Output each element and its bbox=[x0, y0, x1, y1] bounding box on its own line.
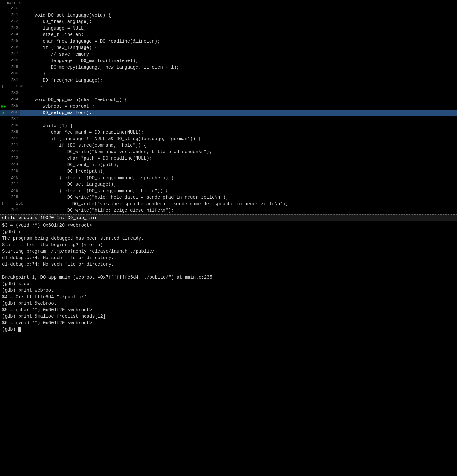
line-number: 237 bbox=[7, 116, 20, 123]
line-content: DO_memcpy(language, new_language, linele… bbox=[20, 64, 457, 71]
table-row: [250 DO_write("sprache: sprache aendern … bbox=[0, 201, 457, 207]
line-number: 247 bbox=[7, 181, 20, 188]
line-marker bbox=[0, 25, 7, 32]
line-number: 224 bbox=[7, 32, 20, 38]
gdb-header-text: child process 19020 In: DO_app_main bbox=[2, 215, 98, 220]
list-item: Start it from the beginning? (y or n) bbox=[2, 242, 455, 249]
line-content: DO_write("kommando verstanden, bitte pfa… bbox=[20, 149, 457, 155]
line-content: DO_free(new_language); bbox=[20, 77, 457, 84]
table-row: 233 bbox=[0, 90, 457, 97]
table-row: 237 bbox=[0, 116, 457, 123]
list-item: $4 = 0x7fffffffe6d4 "./public/" bbox=[2, 294, 455, 301]
table-row: 238 while (1) { bbox=[0, 123, 457, 129]
line-number: 239 bbox=[7, 129, 20, 136]
line-content: DO_set_language(); bbox=[20, 181, 457, 188]
line-number: 242 bbox=[7, 149, 20, 155]
line-marker bbox=[5, 84, 12, 90]
line-marker bbox=[0, 136, 7, 142]
line-marker bbox=[0, 181, 7, 188]
line-content: void DO_set_language(void) { bbox=[20, 12, 457, 19]
line-number: 248 bbox=[7, 188, 20, 194]
list-item: $5 = (char **) 0x601f20 <webroot> bbox=[2, 307, 455, 314]
gdb-prompt: (gdb) bbox=[2, 327, 18, 332]
line-number: 250 bbox=[12, 201, 25, 207]
line-marker bbox=[0, 207, 7, 214]
line-content: DO_write("hilfe: zeige diese hilfe\n"); bbox=[20, 207, 457, 214]
line-content: if (language != NULL && DO_streq(languag… bbox=[20, 136, 457, 142]
line-marker: B+ bbox=[0, 103, 7, 110]
line-marker bbox=[0, 19, 7, 25]
line-content bbox=[20, 116, 457, 123]
line-marker bbox=[0, 116, 7, 123]
line-content: char *path = DO_readline(NULL); bbox=[20, 155, 457, 162]
line-number: 238 bbox=[7, 123, 20, 129]
line-content: while (1) { bbox=[20, 123, 457, 129]
line-number: 244 bbox=[7, 162, 20, 168]
line-number: 229 bbox=[7, 64, 20, 71]
list-item: dl-debug.c:74: No such file or directory… bbox=[2, 262, 455, 268]
table-row: 228 language = DO_malloc(linelen+1); bbox=[0, 58, 457, 64]
line-number: 226 bbox=[7, 45, 20, 51]
table-row: 222 DO_free(language); bbox=[0, 19, 457, 25]
line-marker bbox=[0, 90, 7, 97]
code-content: 220221 void DO_set_language(void) {222 D… bbox=[0, 6, 457, 214]
line-marker bbox=[0, 64, 7, 71]
main-container: --main.c- 220221 void DO_set_language(vo… bbox=[0, 0, 457, 476]
line-marker bbox=[0, 142, 7, 149]
line-marker bbox=[0, 77, 7, 84]
line-marker bbox=[0, 175, 7, 181]
bracket-indicator: [ bbox=[0, 201, 5, 206]
table-row: 244 DO_send_file(path); bbox=[0, 162, 457, 168]
line-marker bbox=[0, 97, 7, 103]
line-content: } else if (DO_streq(command, "sprache"))… bbox=[20, 175, 457, 181]
line-content: webroot = webroot_; bbox=[20, 103, 457, 110]
line-content: DO_send_file(path); bbox=[20, 162, 457, 168]
line-marker bbox=[0, 162, 7, 168]
table-row: 243 char *path = DO_readline(NULL); bbox=[0, 155, 457, 162]
list-item: (gdb) print &webroot bbox=[2, 301, 455, 307]
line-number: 249 bbox=[7, 194, 20, 201]
line-content: DO_write("sprache: sprache aendern – sen… bbox=[25, 201, 457, 207]
gdb-console[interactable]: $3 = (void **) 0x601f20 <webroot>(gdb) r… bbox=[0, 221, 457, 476]
list-item: (gdb) step bbox=[2, 281, 455, 288]
list-item: dl-debug.c:74: No such file or directory… bbox=[2, 255, 455, 262]
table-row: 249 DO_write("hole: hole datei – sende p… bbox=[0, 194, 457, 201]
line-marker bbox=[0, 123, 7, 129]
list-item: $6 = (void **) 0x601f20 <webroot> bbox=[2, 320, 455, 327]
line-marker bbox=[0, 129, 7, 136]
line-content: DO_free(language); bbox=[20, 19, 457, 25]
line-number: 231 bbox=[7, 77, 20, 84]
line-content: } else if (DO_streq(command, "hilfe")) { bbox=[20, 188, 457, 194]
line-number: 245 bbox=[7, 168, 20, 175]
line-marker bbox=[0, 188, 7, 194]
list-item bbox=[2, 268, 455, 275]
line-content: size_t linelen; bbox=[20, 32, 457, 38]
line-number: 241 bbox=[7, 142, 20, 149]
table-row: [232 } bbox=[0, 84, 457, 90]
line-marker bbox=[0, 168, 7, 175]
line-marker bbox=[0, 58, 7, 64]
line-content: char *new_language = DO_readline(&linele… bbox=[20, 38, 457, 45]
line-number: 243 bbox=[7, 155, 20, 162]
table-row: 225 char *new_language = DO_readline(&li… bbox=[0, 38, 457, 45]
table-row: 239 char *command = DO_readline(NULL); bbox=[0, 129, 457, 136]
table-row: 251 DO_write("hilfe: zeige diese hilfe\n… bbox=[0, 207, 457, 214]
line-number: 228 bbox=[7, 58, 20, 64]
table-row: 230 } bbox=[0, 71, 457, 77]
line-marker bbox=[0, 51, 7, 58]
table-row: 231 DO_free(new_language); bbox=[0, 77, 457, 84]
line-content: DO_free(path); bbox=[20, 168, 457, 175]
code-pane-header: --main.c- bbox=[0, 0, 457, 6]
line-number: 230 bbox=[7, 71, 20, 77]
line-content: void DO_app_main(char *webroot_) { bbox=[20, 97, 457, 103]
line-content: DO_setup_malloc(); bbox=[20, 110, 457, 116]
list-item: Breakpoint 1, DO_app_main (webroot_=0x7f… bbox=[2, 275, 455, 281]
list-item: (gdb) print &malloc_freelist_heads[12] bbox=[2, 314, 455, 320]
line-content: if (DO_streq(command, "hole")) { bbox=[20, 142, 457, 149]
line-content: language = NULL; bbox=[20, 25, 457, 32]
line-marker bbox=[0, 32, 7, 38]
line-content: if (*new_language) { bbox=[20, 45, 457, 51]
table-row: 240 if (language != NULL && DO_streq(lan… bbox=[0, 136, 457, 142]
line-marker bbox=[0, 38, 7, 45]
line-marker bbox=[0, 155, 7, 162]
